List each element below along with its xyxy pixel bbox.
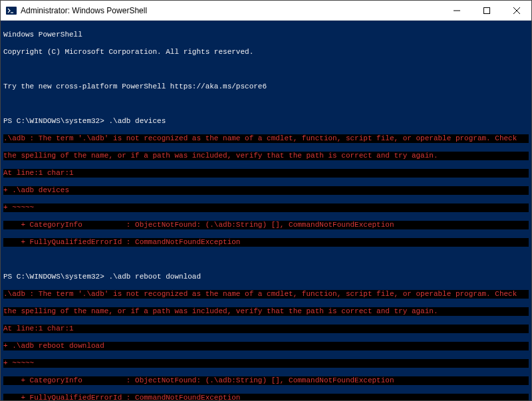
error-line: + CategoryInfo : ObjectNotFound: (.\adb:… [3, 221, 529, 229]
header-line: Windows PowerShell [3, 31, 529, 39]
blank-line [3, 255, 529, 264]
window-controls [442, 1, 531, 21]
svg-rect-2 [483, 7, 489, 13]
error-line: At line:1 char:1 [3, 169, 529, 178]
powershell-window: Administrator: Windows PowerShell Window… [0, 0, 532, 401]
close-button[interactable] [501, 1, 531, 21]
prompt-line: PS C:\WINDOWS\system32> .\adb devices [3, 117, 529, 126]
error-line: the spelling of the name, or if a path w… [3, 307, 529, 316]
svg-rect-0 [6, 7, 17, 15]
blank-line [3, 100, 529, 108]
error-line: .\adb : The term '.\adb' is not recogniz… [3, 290, 529, 299]
window-title: Administrator: Windows PowerShell [21, 6, 442, 15]
maximize-button[interactable] [471, 1, 501, 21]
minimize-button[interactable] [442, 1, 471, 21]
maximize-icon [483, 7, 490, 14]
close-icon [513, 7, 520, 14]
error-line: At line:1 char:1 [3, 325, 529, 333]
titlebar[interactable]: Administrator: Windows PowerShell [1, 1, 531, 21]
error-line: + ~~~~~ [3, 203, 529, 212]
prompt-line: PS C:\WINDOWS\system32> .\adb reboot dow… [3, 273, 529, 281]
error-line: + FullyQualifiedErrorId : CommandNotFoun… [3, 394, 529, 400]
error-line: .\adb : The term '.\adb' is not recogniz… [3, 134, 529, 143]
error-line: the spelling of the name, or if a path w… [3, 152, 529, 160]
blank-line [3, 65, 529, 74]
minimize-icon [454, 7, 460, 14]
terminal-content[interactable]: Windows PowerShell Copyright (C) Microso… [1, 21, 531, 400]
powershell-icon [6, 5, 17, 16]
error-line: + FullyQualifiedErrorId : CommandNotFoun… [3, 238, 529, 247]
header-line: Try the new cross-platform PowerShell ht… [3, 82, 529, 91]
error-line: + .\adb reboot download [3, 342, 529, 350]
header-line: Copyright (C) Microsoft Corporation. All… [3, 48, 529, 57]
error-line: + ~~~~~ [3, 359, 529, 368]
error-line: + CategoryInfo : ObjectNotFound: (.\adb:… [3, 376, 529, 385]
error-line: + .\adb devices [3, 186, 529, 195]
